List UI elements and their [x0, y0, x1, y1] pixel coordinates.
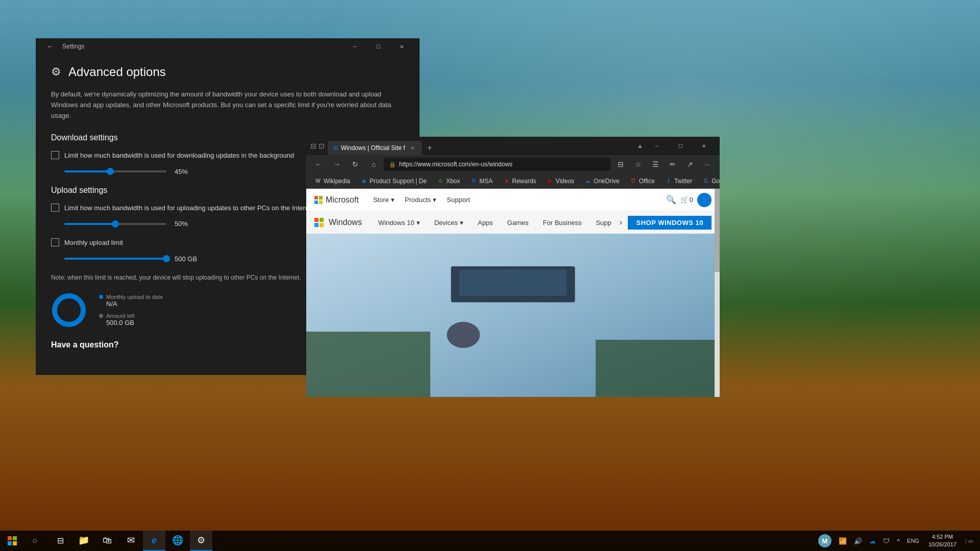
close-button[interactable]: ✕ [390, 38, 413, 55]
hub-button[interactable]: ☰ [647, 157, 664, 172]
security-tray[interactable]: 🛡 [880, 531, 893, 551]
bookmark-xbox[interactable]: ⊙ Xbox [433, 177, 464, 186]
task-view-icon: ⊟ [57, 536, 64, 545]
cortana-button[interactable]: ○ [24, 531, 45, 551]
browser-scrollbar[interactable] [715, 189, 720, 397]
taskbar-avatar[interactable]: M [815, 531, 835, 551]
ms-nav-support[interactable]: Support [443, 194, 474, 206]
browser-close-button[interactable]: ✕ [692, 138, 716, 154]
annotation-button[interactable]: ✏ [665, 157, 681, 172]
bookmark-wikipedia[interactable]: W Wikipedia [310, 177, 354, 186]
volume-control[interactable]: 🔊 [851, 531, 865, 551]
bookmark-xbox-label: Xbox [446, 178, 460, 185]
bookmark-product-support[interactable]: ◉ Product Support | De [356, 177, 431, 186]
ms-nav-store[interactable]: Store ▾ [369, 194, 399, 206]
store-bag-icon: 🛍 [103, 535, 112, 546]
amount-left-value: 500.0 GB [106, 319, 163, 327]
user-avatar[interactable]: 👤 [697, 193, 712, 207]
browser-minimize-button[interactable]: ─ [645, 138, 669, 154]
back-button[interactable]: ← [42, 38, 58, 55]
tab-sync-button[interactable]: ⊡ [318, 142, 325, 150]
lock-icon: 🔒 [389, 161, 396, 168]
cart-button[interactable]: 🛒 0 [680, 196, 693, 204]
system-clock[interactable]: 4:52 PM 10/26/2017 [923, 531, 962, 551]
minimize-button[interactable]: ─ [343, 38, 366, 55]
settings-title-bar-text: Settings [62, 43, 84, 50]
reading-view-button[interactable]: ⊟ [612, 157, 629, 172]
svg-rect-14 [13, 541, 17, 545]
upload-slider-track[interactable] [64, 223, 166, 225]
win-nav-windows10[interactable]: Windows 10 ▾ [372, 217, 426, 229]
bookmark-twitter[interactable]: t Twitter [661, 177, 696, 186]
favorites-button[interactable]: ☆ [630, 157, 646, 172]
ms-nav-products[interactable]: Products ▾ [401, 194, 440, 206]
upload-slider-thumb[interactable] [112, 220, 119, 228]
taskbar-edge[interactable]: e [143, 531, 165, 551]
forward-nav-button[interactable]: → [329, 157, 345, 172]
windows-logo[interactable]: Windows [314, 218, 362, 227]
download-slider-track[interactable] [64, 170, 166, 172]
taskbar-mail[interactable]: ✉ [119, 531, 142, 551]
settings-header: ⚙ Advanced options [51, 65, 404, 79]
home-button[interactable]: ⌂ [365, 157, 382, 172]
back-nav-button[interactable]: ← [310, 157, 327, 172]
onedrive-tray[interactable]: ☁ [866, 531, 879, 551]
cart-icon: 🛒 [680, 196, 689, 204]
download-slider-thumb[interactable] [107, 168, 114, 175]
bookmark-videos[interactable]: ▶ Videos [543, 177, 578, 186]
shop-windows-button[interactable]: SHOP WINDOWS 10 [628, 216, 712, 230]
cart-count: 0 [690, 196, 693, 204]
language-icon: ENG [907, 538, 919, 544]
taskbar-store[interactable]: 🛍 [96, 531, 118, 551]
share-button[interactable]: ↗ [682, 157, 698, 172]
more-nav-icon[interactable]: › [620, 218, 622, 227]
start-button[interactable] [0, 531, 24, 551]
search-icon[interactable]: 🔍 [666, 195, 676, 205]
bookmark-onedrive[interactable]: ☁ OneDrive [580, 177, 624, 186]
new-tab-button[interactable]: + [423, 141, 437, 155]
bookmark-rewards[interactable]: ★ Rewards [499, 177, 540, 186]
download-checkbox[interactable] [51, 151, 59, 159]
monthly-checkbox[interactable] [51, 238, 59, 246]
language-bar[interactable]: ENG [904, 531, 922, 551]
monthly-slider-track[interactable] [64, 258, 166, 260]
win-nav-devices[interactable]: Devices ▾ [428, 217, 470, 229]
svg-rect-6 [459, 269, 567, 295]
win-nav-support[interactable]: Supp [590, 217, 617, 229]
upload-checkbox[interactable] [51, 204, 59, 212]
monthly-slider-thumb[interactable] [163, 255, 170, 262]
browser-maximize-button[interactable]: ☐ [669, 138, 692, 154]
tab-close-button[interactable]: ✕ [408, 144, 416, 152]
taskbar-task-view[interactable]: ⊟ [49, 531, 71, 551]
ms-logo-blue [314, 201, 318, 204]
browser-titlebar: ⊟ ⊡ ⊞ Windows | Official Site f ✕ + ▲ ─ … [306, 137, 720, 155]
taskbar-chrome[interactable]: 🌐 [166, 531, 189, 551]
win-nav-apps[interactable]: Apps [472, 217, 499, 229]
tab-chevron[interactable]: ▲ [635, 142, 645, 149]
taskbar-file-explorer[interactable]: 📁 [72, 531, 95, 551]
bookmark-msa[interactable]: M MSA [466, 177, 497, 186]
show-desktop-button[interactable]: ▭ [963, 531, 976, 551]
desktop: ← Settings ─ ☐ ✕ ⚙ Advanced options By d… [0, 0, 980, 551]
svg-rect-3 [306, 332, 430, 397]
address-bar[interactable]: 🔒 https://www.microsoft.com/en-us/window… [384, 158, 610, 171]
taskbar-settings-app[interactable]: ⚙ [190, 531, 212, 551]
xbox-favicon: ⊙ [437, 178, 444, 185]
network-status[interactable]: 📶 [836, 531, 850, 551]
bookmark-office[interactable]: O Office [626, 177, 659, 186]
scrollbar-thumb[interactable] [715, 189, 720, 272]
chevron-tray[interactable]: ^ [894, 531, 903, 551]
win-nav-games[interactable]: Games [501, 217, 535, 229]
clock-date: 10/26/2017 [928, 541, 957, 548]
tab-list-button[interactable]: ⊟ [310, 142, 316, 150]
more-button[interactable]: ··· [699, 157, 716, 172]
bookmark-google[interactable]: G Google [698, 177, 720, 186]
settings-titlebar: ← Settings ─ ☐ ✕ [36, 38, 420, 55]
active-tab[interactable]: ⊞ Windows | Official Site f ✕ [328, 141, 422, 155]
chevron-up-icon: ^ [897, 537, 900, 545]
win-nav-forbusiness[interactable]: For Business [537, 217, 588, 229]
user-avatar-taskbar: M [818, 534, 831, 547]
microsoft-logo[interactable]: Microsoft [314, 195, 359, 205]
refresh-button[interactable]: ↻ [347, 157, 363, 172]
maximize-button[interactable]: ☐ [366, 38, 390, 55]
